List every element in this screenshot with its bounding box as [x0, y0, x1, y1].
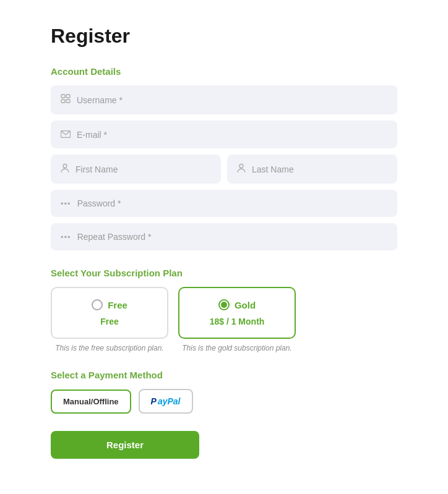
repeat-password-icon: ••• [61, 232, 71, 242]
gold-plan-description: This is the gold subscription plan. [182, 344, 291, 352]
paypal-logo: PayPal [151, 396, 181, 406]
gold-plan-wrapper: Gold 18$ / 1 Month This is the gold subs… [178, 287, 296, 352]
lastname-input[interactable] [252, 164, 387, 174]
person-icon-first [61, 163, 69, 175]
repeat-password-input[interactable] [77, 232, 387, 242]
svg-rect-1 [66, 95, 70, 98]
person-icon-last [237, 163, 246, 175]
plans-row: Free Free This is the free subscription … [51, 287, 397, 352]
gold-plan-radio-inner [221, 302, 227, 308]
free-plan-radio[interactable] [92, 299, 103, 310]
free-plan-card[interactable]: Free Free [51, 287, 168, 339]
gold-plan-name: Gold [235, 300, 256, 310]
account-details-label: Account Details [51, 66, 397, 77]
firstname-field-wrapper [51, 155, 221, 184]
firstname-input[interactable] [75, 164, 211, 174]
gold-plan-radio[interactable] [218, 299, 230, 310]
svg-rect-2 [61, 100, 65, 103]
password-field-wrapper: ••• [51, 190, 397, 217]
name-row [51, 155, 397, 190]
username-input[interactable] [77, 95, 387, 105]
paypal-payment-button[interactable]: PayPal [139, 389, 193, 414]
email-icon [61, 129, 71, 140]
svg-rect-3 [66, 100, 70, 103]
user-icon [61, 94, 71, 106]
svg-rect-0 [61, 95, 65, 98]
gold-plan-card[interactable]: Gold 18$ / 1 Month [178, 287, 296, 339]
manual-payment-label: Manual/Offline [63, 397, 119, 406]
free-plan-price: Free [67, 317, 152, 326]
svg-point-5 [63, 164, 67, 168]
gold-plan-price: 18$ / 1 Month [194, 317, 280, 326]
paypal-p-lightblue: ayPal [158, 396, 181, 406]
payment-label: Select a Payment Method [51, 370, 397, 380]
repeat-password-field-wrapper: ••• [51, 223, 397, 250]
subscription-section: Select Your Subscription Plan Free Free … [51, 268, 397, 352]
register-button[interactable]: Register [51, 431, 199, 459]
page-container: Register Account Details [51, 25, 397, 469]
account-details-section: Account Details [51, 66, 397, 250]
subscription-label: Select Your Subscription Plan [51, 268, 397, 278]
lastname-field-wrapper [227, 155, 397, 184]
payment-section: Select a Payment Method Manual/Offline P… [51, 370, 397, 414]
payment-methods-row: Manual/Offline PayPal [51, 389, 397, 414]
free-plan-name: Free [108, 300, 127, 310]
free-plan-wrapper: Free Free This is the free subscription … [51, 287, 168, 352]
manual-payment-button[interactable]: Manual/Offline [51, 390, 131, 414]
username-field-wrapper [51, 85, 397, 114]
email-field-wrapper [51, 121, 397, 148]
svg-point-6 [239, 164, 243, 168]
free-plan-description: This is the free subscription plan. [55, 344, 163, 352]
password-input[interactable] [77, 198, 387, 208]
paypal-p-blue: P [151, 396, 157, 406]
free-plan-radio-row: Free [67, 299, 152, 310]
gold-plan-radio-row: Gold [194, 299, 280, 310]
page-title: Register [51, 25, 397, 48]
email-input[interactable] [77, 130, 387, 140]
password-icon: ••• [61, 199, 71, 208]
